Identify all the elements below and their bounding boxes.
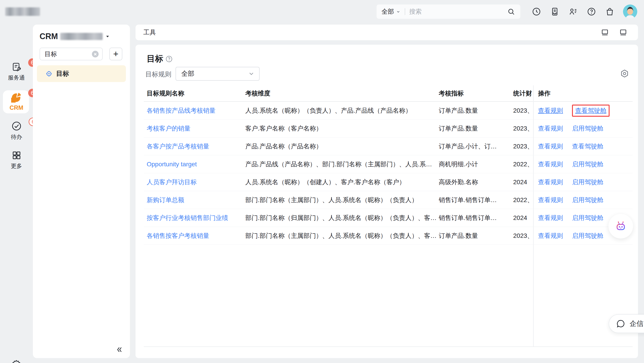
sidebar-item-fuwutong[interactable]: 6 服务通 [0,61,33,81]
table-row: 按客户行业考核销售部门业绩部门.部门名称（归属部门）、人员.系统名（昵称）（负责… [144,209,632,227]
rule-filter-select[interactable]: 全部 [176,67,260,81]
add-button[interactable]: + [109,48,122,60]
tab-bar: 工具 [136,24,638,40]
view-rule-link[interactable]: 查看规则 [538,160,563,169]
table-settings-icon[interactable] [620,69,629,78]
cell-dimension: 部门.部门名称（归属部门）、人员.系统名（昵称）（负责人）、客… [245,214,439,222]
cell-fiscal-year: 2023、 [513,124,533,133]
chevron-down-icon [248,70,255,77]
sidebar-item-crm[interactable]: 6 CRM [0,92,33,111]
user-avatar[interactable] [623,4,637,19]
search-scope-selector[interactable]: 全部 [382,7,401,16]
table-row: 各客户按产品考核销量产品.产品名称（产品名称）订单产品.小计、订…2023、查看… [144,137,632,155]
dashboard-link[interactable]: 启用驾驶舱 [572,160,603,169]
cell-fiscal-year: 2022、 [513,196,533,204]
target-icon [46,70,52,77]
dashboard-link[interactable]: 启用驾驶舱 [572,214,603,222]
open-window-icon[interactable] [619,28,627,36]
topbar-icons [532,7,615,16]
cell-metric: 订单产品.数量 [439,124,513,133]
rule-name-link[interactable]: 各客户按产品考核销量 [147,143,209,150]
rule-name-link[interactable]: 按客户行业考核销售部门业绩 [147,214,228,221]
cell-fiscal-year: 2022、 [513,160,533,169]
cell-rule-name: 各销售按产品线考核销量 [144,106,245,115]
dashboard-link[interactable]: 启用驾驶舱 [572,178,603,186]
search-divider [405,8,405,15]
cell-dimension: 产品.产品名称（产品名称） [245,142,439,151]
history-icon[interactable] [532,7,541,16]
rule-name-link[interactable]: 各销售按客户考核销量 [147,232,209,239]
cell-rule-name: 各销售按客户考核销量 [144,232,245,240]
panel-title-redacted [60,33,103,40]
dashboard-link[interactable]: 启用驾驶舱 [572,196,603,204]
panel-item-target[interactable]: 目标 [37,65,126,82]
report-icon[interactable] [550,7,560,16]
help-icon[interactable] [586,7,596,16]
search-scope-value: 全部 [382,7,394,16]
clear-search-icon[interactable] [92,51,98,57]
search-icon[interactable] [507,7,516,16]
search-input[interactable]: 搜索 [409,7,507,16]
nav-rail: 6 服务通 6 CRM 6 待办 [0,24,33,363]
sidebar-item-label: CRM [10,104,24,111]
cell-metric: 订单产品.数量 [439,106,513,115]
view-rule-link[interactable]: 查看规则 [538,232,563,240]
rule-name-link[interactable]: Opportunity target [147,161,197,168]
fixed-column-divider [533,85,534,347]
rule-name-link[interactable]: 新购订单总额 [147,196,184,203]
cell-dimension: 部门.部门名称（主属部门）、人员.系统名（昵称）（负责人） [245,196,439,204]
view-rule-link[interactable]: 查看规则 [538,178,563,186]
global-search-bar[interactable]: 全部 搜索 [376,4,520,19]
table-row: 各销售按产品线考核销量人员.系统名（昵称）（负责人）、产品.产品线（产品名称）订… [144,102,632,120]
cell-dimension: 产品.产品线（产品名称）、部门.部门名称（主属部门）、人员.系… [245,160,439,169]
avatar-image [623,4,637,19]
table-row: 新购订单总额部门.部门名称（主属部门）、人员.系统名（昵称）（负责人）销售订单.… [144,191,632,209]
panel-search-value: 目标 [44,50,92,58]
cell-metric: 销售订单.销售订单… [439,214,513,222]
panel-search-input[interactable]: 目标 [40,48,103,60]
open-window-icon[interactable] [601,28,609,36]
bag-icon[interactable] [605,7,615,16]
view-rule-link[interactable]: 查看规则 [538,106,563,115]
dashboard-link[interactable]: 启用驾驶舱 [572,124,603,133]
dashboard-link[interactable]: 查看驾驶舱 [575,106,606,115]
cell-metric: 订单产品.数量 [439,232,513,240]
header-metric: 考核指标 [439,89,513,98]
ai-assistant-button[interactable] [608,214,633,239]
dashboard-link[interactable]: 查看驾驶舱 [572,142,603,151]
cell-actions: 查看规则启用驾驶舱 [533,160,632,169]
service-clipboard-icon [11,61,22,72]
panel-title-dropdown[interactable]: CRM [40,32,110,41]
sidebar-item-label: 更多 [11,162,22,170]
title-help-icon[interactable] [165,55,173,63]
rule-name-link[interactable]: 人员客户拜访目标 [147,179,197,186]
targets-card: 目标 目标规则 全部 目标规则名称 考核维度 考核指标 统计财 操作 各销售按产… [136,45,638,358]
cell-actions: 查看规则查看驾驶舱 [533,105,632,117]
dashboard-link[interactable]: 启用驾驶舱 [572,232,603,240]
rule-name-link[interactable]: 考核客户的销量 [147,125,190,132]
collapse-panel-icon[interactable]: « [117,343,122,355]
header-dimension: 考核维度 [245,89,439,98]
view-rule-link[interactable]: 查看规则 [538,124,563,133]
sidebar-item-more[interactable]: 更多 [0,150,33,170]
cell-dimension: 客户.客户名称（客户名称） [245,124,439,133]
cell-rule-name: 新购订单总额 [144,196,245,204]
cell-dimension: 部门.部门名称（主属部门）、人员.系统名（昵称）（负责人）、客… [245,232,439,240]
header-actions: 操作 [533,89,632,98]
tab-tools[interactable]: 工具 [143,24,156,40]
table-row: 考核客户的销量客户.客户名称（客户名称）订单产品.数量2023、查看规则启用驾驶… [144,120,632,137]
sidebar-item-todo[interactable]: 6 待办 [0,121,33,141]
view-rule-link[interactable]: 查看规则 [538,142,563,151]
cell-actions: 查看规则启用驾驶舱 [533,196,632,204]
cell-actions: 查看规则启用驾驶舱 [533,178,632,186]
qixin-chat-button[interactable]: 企信 [609,314,644,333]
robot-icon [614,220,627,232]
panel-item-label: 目标 [56,69,69,78]
contacts-icon[interactable] [568,7,578,16]
settings-gear-icon[interactable] [11,360,22,363]
table-body: 各销售按产品线考核销量人员.系统名（昵称）（负责人）、产品.产品线（产品名称）订… [144,102,632,245]
panel-title: CRM [40,32,58,41]
view-rule-link[interactable]: 查看规则 [538,196,563,204]
view-rule-link[interactable]: 查看规则 [538,214,563,222]
rule-name-link[interactable]: 各销售按产品线考核销量 [147,107,216,114]
